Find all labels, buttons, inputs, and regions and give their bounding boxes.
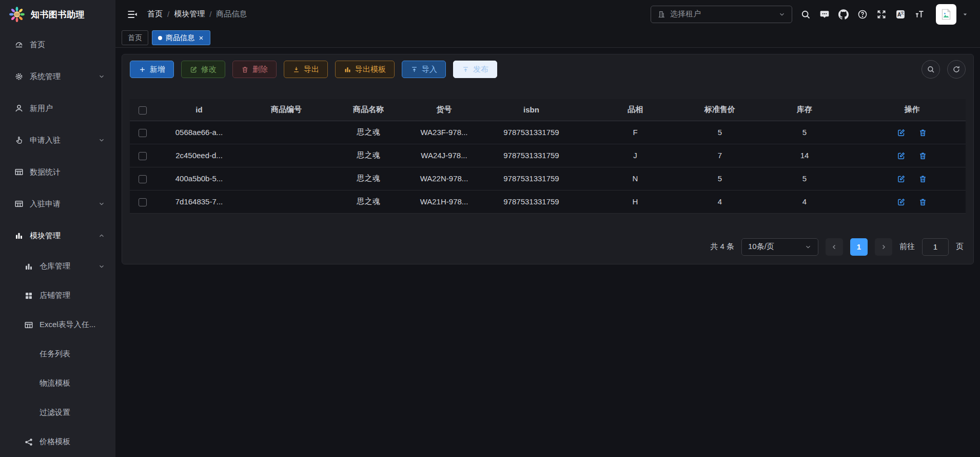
- tab[interactable]: 商品信息: [152, 30, 210, 45]
- breadcrumb-link[interactable]: 首页: [147, 9, 163, 19]
- sidebar-item-label: 物流模板: [40, 378, 70, 388]
- active-tab-dot: [158, 36, 162, 40]
- sidebar-item[interactable]: 数据统计: [0, 156, 115, 188]
- sidebar-item[interactable]: 系统管理: [0, 61, 115, 92]
- sidebar-item[interactable]: 入驻申请: [0, 188, 115, 220]
- select-all-checkbox[interactable]: [139, 106, 147, 115]
- app-logo[interactable]: 知书图书助理: [0, 0, 115, 29]
- row-checkbox[interactable]: [139, 129, 147, 137]
- github-icon[interactable]: [838, 9, 849, 20]
- cell-price: 5: [689, 167, 751, 190]
- table-icon: [14, 199, 24, 208]
- table-row[interactable]: 400a5b0b-5... 思之魂 WA22N-978... 978753133…: [130, 167, 966, 190]
- cell-id: 400a5b0b-5...: [155, 167, 243, 190]
- sidebar-item[interactable]: 仓库管理: [0, 252, 115, 281]
- breadcrumb-link[interactable]: 商品信息: [216, 9, 247, 19]
- table-row[interactable]: 7d164835-7... 思之魂 WA21H-978... 978753133…: [130, 190, 966, 213]
- sidebar-item[interactable]: 新用户: [0, 92, 115, 124]
- page-size-select[interactable]: 10条/页: [741, 238, 818, 256]
- close-icon[interactable]: [198, 35, 204, 41]
- upload-icon: [410, 66, 418, 73]
- delete-row-button[interactable]: [918, 198, 927, 206]
- toolbar-button[interactable]: 导出: [284, 61, 328, 78]
- font-size-icon[interactable]: [914, 9, 925, 20]
- sidebar-menu: 首页 系统管理 新用户 申请入驻 数据统计: [0, 29, 115, 457]
- sidebar-toggle-button[interactable]: [127, 9, 138, 20]
- cell-actions: [858, 190, 966, 213]
- search-icon[interactable]: [800, 9, 811, 20]
- sidebar-item[interactable]: 申请入驻: [0, 124, 115, 156]
- question-icon[interactable]: [857, 9, 868, 20]
- user-menu[interactable]: [936, 4, 969, 25]
- breadcrumb-link[interactable]: 模块管理: [174, 9, 205, 19]
- cell-sku: WA21H-978...: [407, 190, 481, 213]
- pagination: 共 4 条 10条/页 1 前往 页: [130, 238, 966, 256]
- table-row[interactable]: 2c450eed-d... 思之魂 WA24J-978... 978753133…: [130, 144, 966, 167]
- sidebar-item[interactable]: 价格模板: [0, 427, 115, 456]
- cell-sku: WA24J-978...: [407, 144, 481, 167]
- dashboard-icon: [14, 40, 24, 49]
- app-title: 知书图书助理: [31, 9, 85, 21]
- row-checkbox[interactable]: [139, 152, 147, 160]
- cell-condition: N: [581, 167, 689, 190]
- table-row[interactable]: 0568ae66-a... 思之魂 WA23F-978... 978753133…: [130, 121, 966, 144]
- cell-condition: F: [581, 121, 689, 144]
- search-toggle-button[interactable]: [922, 60, 940, 79]
- row-select-cell: [130, 144, 155, 167]
- sidebar-item-label: 数据统计: [30, 167, 61, 177]
- message-icon[interactable]: [819, 9, 830, 20]
- download-icon: [292, 66, 300, 73]
- edit-row-button[interactable]: [897, 198, 906, 206]
- toolbar-button[interactable]: 导出模板: [335, 61, 395, 78]
- content-card: 新增 修改 删除 导出: [122, 54, 974, 264]
- page-content: 新增 修改 删除 导出: [115, 48, 980, 457]
- tab-label: 商品信息: [166, 33, 194, 43]
- page-number-current[interactable]: 1: [850, 238, 868, 256]
- sidebar-item[interactable]: Excel表导入任...: [0, 310, 115, 339]
- cell-actions: [858, 144, 966, 167]
- tab[interactable]: 首页: [122, 30, 148, 45]
- goto-page-input[interactable]: [922, 238, 949, 256]
- chevron-down-icon: [98, 263, 105, 270]
- sidebar-item[interactable]: 首页: [0, 29, 115, 61]
- refresh-button[interactable]: [947, 60, 966, 79]
- sidebar-item[interactable]: 店铺管理: [0, 281, 115, 310]
- sidebar-item[interactable]: 任务列表: [0, 339, 115, 369]
- toolbar-button[interactable]: 导入: [402, 61, 446, 78]
- translate-icon[interactable]: A文: [895, 9, 906, 20]
- trash-icon: [241, 66, 249, 73]
- row-checkbox[interactable]: [139, 175, 147, 183]
- sidebar-item[interactable]: 过滤设置: [0, 398, 115, 427]
- chevron-left-icon: [831, 243, 838, 251]
- svg-text:文: 文: [900, 10, 904, 15]
- sidebar-item[interactable]: 物流模板: [0, 369, 115, 398]
- button-label: 修改: [201, 65, 217, 74]
- prev-page-button[interactable]: [826, 238, 843, 256]
- tenant-select[interactable]: 选择租户: [651, 6, 792, 23]
- edit-row-button[interactable]: [897, 151, 906, 160]
- edit-row-button[interactable]: [897, 128, 906, 137]
- avatar[interactable]: [936, 4, 956, 25]
- hamburger-icon: [127, 9, 138, 20]
- cell-product-name: 思之魂: [330, 167, 407, 190]
- delete-row-button[interactable]: [918, 151, 927, 160]
- delete-row-button[interactable]: [918, 128, 927, 137]
- row-checkbox[interactable]: [139, 198, 147, 206]
- sidebar-item-label: 任务列表: [40, 349, 70, 359]
- cell-actions: [858, 121, 966, 144]
- toolbar-button[interactable]: 修改: [181, 61, 225, 78]
- toolbar-button[interactable]: 删除: [232, 61, 277, 78]
- column-header: 标准售价: [689, 99, 751, 121]
- trash-icon: [918, 151, 927, 160]
- edit-row-button[interactable]: [897, 175, 906, 183]
- navbar-icons: A文: [800, 9, 925, 20]
- fullscreen-icon[interactable]: [876, 9, 887, 20]
- delete-row-button[interactable]: [918, 175, 927, 183]
- toolbar-button[interactable]: 新增: [130, 61, 174, 78]
- sidebar-item-label: 价格模板: [40, 437, 70, 447]
- edit-icon: [897, 175, 906, 183]
- cell-product-name: 思之魂: [330, 121, 407, 144]
- toolbar-button[interactable]: 发布: [453, 61, 497, 78]
- next-page-button[interactable]: [875, 238, 892, 256]
- sidebar-item[interactable]: 模块管理: [0, 220, 115, 252]
